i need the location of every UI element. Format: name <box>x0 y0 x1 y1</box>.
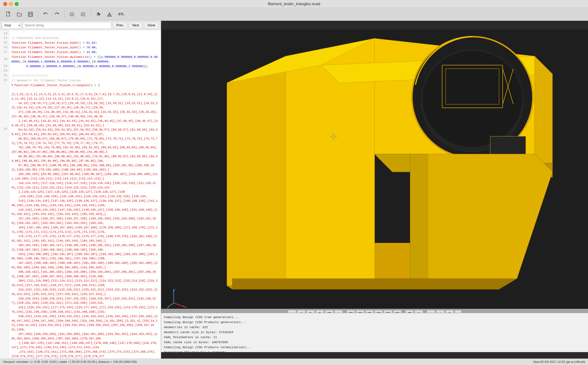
log-line-5: CGAL Polyhedrons in cache: 11 <box>164 335 585 340</box>
log-line-7: Compiling design (CSG Products normaliza… <box>164 345 585 350</box>
svg-text:y: y <box>167 306 168 309</box>
line-num-15: 15 <box>0 41 9 45</box>
viewport-status: Viewport: translate = [ -0.00 -0.00 -0.0… <box>3 360 137 364</box>
maximize-button[interactable] <box>15 2 19 6</box>
indent-more-button[interactable] <box>78 10 88 19</box>
next-button[interactable]: Next <box>129 22 142 29</box>
code-line-14: // Functions and Utilities <box>11 36 159 41</box>
axes-indicator: z x y <box>166 287 188 309</box>
log-line-6: CGAL cache size in bytes: 100787856 <box>164 340 585 345</box>
prev-button[interactable]: Prev. <box>113 22 127 29</box>
done-button[interactable]: Done <box>144 22 159 29</box>
line-num-14: 14 <box>0 36 9 41</box>
undo-button[interactable] <box>41 10 50 19</box>
code-line-19 <box>11 69 159 74</box>
toolbar: STL <box>0 8 588 21</box>
svg-line-46 <box>168 303 174 307</box>
log-line-2: Compiling design (CSG Products generatio… <box>164 320 585 325</box>
line-num-13: 13 <box>0 31 9 36</box>
code-line-20: //////////////////// <box>11 74 159 78</box>
svg-marker-15 <box>227 56 286 286</box>
main-area: Find Replace Prev. Next Done 13 14 15 16… <box>0 21 588 358</box>
log-line-4: Geometry cache size in bytes: 37318264 <box>164 330 585 335</box>
status-bar: Viewport: translate = [ -0.00 -0.00 -0.0… <box>0 358 588 365</box>
window-controls <box>3 2 19 6</box>
code-area[interactable]: 13 14 15 16 17 18 19 20 21 22 23 // Func… <box>0 30 161 358</box>
find-mode-select[interactable]: Find Replace <box>2 22 21 29</box>
redo-button[interactable] <box>52 10 62 19</box>
svg-rect-0 <box>7 12 10 16</box>
log-line-8: Normalized CSG tree has 1 elements <box>164 350 585 352</box>
separator2 <box>64 11 64 18</box>
render-button[interactable] <box>105 10 114 19</box>
open-button[interactable] <box>15 10 24 19</box>
save-button[interactable] <box>26 10 35 19</box>
preview-button[interactable] <box>94 10 103 19</box>
line-num-17: 17 <box>0 50 9 55</box>
line-num-22: 22 <box>0 78 9 82</box>
line-num-16: 16 <box>0 45 9 50</box>
code-line-18: function Filament_Tester_Fusion_multmatr… <box>11 55 159 69</box>
window-title: filament_tester_triangles.scad <box>268 2 320 6</box>
3d-shape-svg <box>161 21 588 358</box>
close-button[interactable] <box>3 2 7 6</box>
line-num-18: 18 <box>0 55 9 64</box>
search-input[interactable] <box>23 22 111 29</box>
log-line-1: Compiling design (CSG tree generation)..… <box>164 315 585 320</box>
separator <box>38 11 38 18</box>
code-line-23: [2,1,0],[3,1,2],[4,3,2],[5,3,4],[6,5,4],… <box>11 88 159 358</box>
line-num-23: 23 <box>0 82 9 175</box>
3d-viewport[interactable]: z x y <box>161 21 588 358</box>
code-line-22: ▼function Filament_Tester_Fusion_triangl… <box>11 83 159 88</box>
stl-button[interactable]: STL <box>116 10 127 19</box>
line-num-20: 20 <box>0 68 9 73</box>
version-info: OpenSCAD 2017.12.02 (git ac146ca0) <box>533 360 585 364</box>
code-editor: Find Replace Prev. Next Done 13 14 15 16… <box>0 21 161 358</box>
log-line-3: Geometries in cache: 322 <box>164 325 585 330</box>
titlebar: filament_tester_triangles.scad <box>0 0 588 8</box>
svg-text:z: z <box>174 288 175 291</box>
findbar: Find Replace Prev. Next Done <box>0 21 161 30</box>
svg-line-43 <box>174 303 184 307</box>
3d-canvas[interactable] <box>161 21 588 358</box>
svg-rect-3 <box>29 15 32 16</box>
code-line-16: function Filament_Tester_Fusion_dimY() =… <box>11 45 159 50</box>
code-line-15: function Filament_Tester_Fusion_dimX() =… <box>11 41 159 45</box>
svg-text:x: x <box>186 305 187 308</box>
svg-marker-34 <box>232 279 517 289</box>
svg-marker-32 <box>410 154 428 279</box>
code-line-13 <box>11 31 159 36</box>
line-num-21: 21 <box>0 73 9 78</box>
minimize-button[interactable] <box>9 2 13 6</box>
line-numbers: 13 14 15 16 17 18 19 20 21 22 23 <box>0 30 9 358</box>
svg-rect-2 <box>29 12 32 14</box>
svg-marker-20 <box>535 56 552 172</box>
code-line-21: // geometry for Filament_Tester_Fusion <box>11 78 159 83</box>
indent-less-button[interactable] <box>67 10 77 19</box>
code-text[interactable]: // Functions and Utilities function Fila… <box>9 30 161 358</box>
code-line-17: function Filament_Tester_Fusion_dimZ() =… <box>11 50 159 55</box>
new-button[interactable] <box>4 10 13 19</box>
line-num-19: 19 <box>0 64 9 68</box>
separator3 <box>90 11 91 18</box>
log-panel: Compiling design (CSG tree generation)..… <box>161 313 588 352</box>
